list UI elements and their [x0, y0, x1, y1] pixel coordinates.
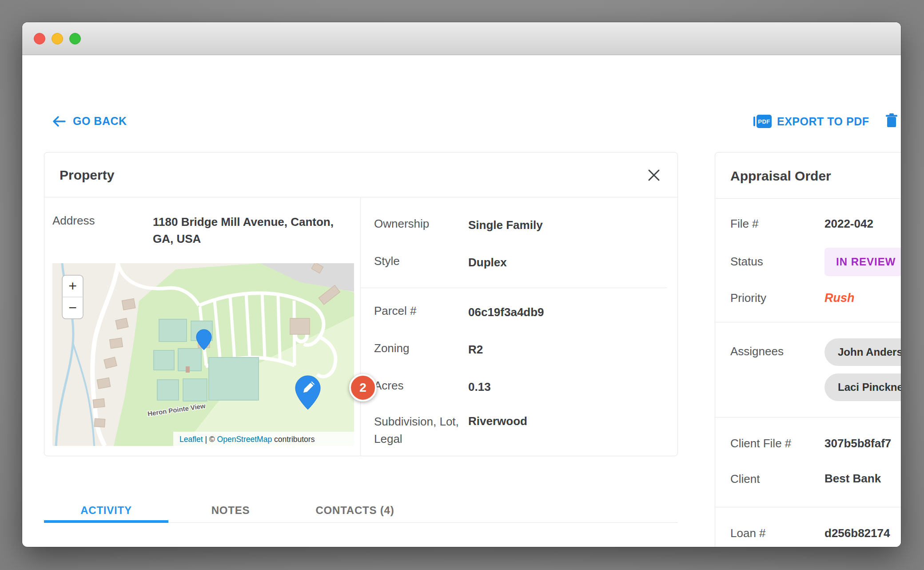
window-titlebar[interactable]	[22, 22, 901, 55]
loan-number-row: Loan # d256b82174	[730, 525, 901, 542]
window-controls	[34, 33, 81, 44]
property-card: Property Address 1180 Bridge Mill Avenue…	[44, 152, 678, 456]
order-divider	[715, 507, 901, 507]
assignees-label: Assignees	[730, 338, 824, 358]
parcel-label: Parcel #	[374, 304, 468, 318]
assignees-section: Assignees John Anderson Laci Pinckney	[715, 338, 901, 417]
acres-value: 0.13	[468, 379, 491, 396]
export-pdf-label: EXPORT TO PDF	[777, 115, 869, 128]
leaflet-link[interactable]: Leaflet	[179, 435, 203, 444]
status-badge: IN REVIEW	[824, 248, 901, 276]
appraisal-order-card: Appraisal Order File # 2022-042 Status I…	[715, 152, 901, 547]
client-file-row: Client File # 307b5b8faf7	[730, 435, 901, 452]
zoning-value: R2	[468, 341, 483, 358]
go-back-button[interactable]: GO BACK	[52, 115, 127, 128]
loan-number-label: Loan #	[730, 526, 824, 540]
map-small-feature	[186, 366, 190, 373]
property-details: Ownership Single Family Style Duplex Par…	[374, 197, 667, 456]
tab-contacts[interactable]: CONTACTS (4)	[293, 498, 417, 522]
subdivision-value: Riverwood	[468, 413, 527, 430]
close-property-card-button[interactable]	[647, 169, 661, 184]
details-divider	[360, 288, 667, 288]
export-pdf-button[interactable]: PDF EXPORT TO PDF	[753, 115, 869, 128]
map-zoom-out-button[interactable]: −	[68, 300, 77, 316]
detail-row-parcel: Parcel # 06c19f3a4db9	[374, 304, 667, 321]
detail-row-acres: Acres 0.13	[374, 379, 667, 396]
map-attribution: Leaflet | © OpenStreetMap contributors	[173, 432, 354, 446]
file-number-row: File # 2022-042	[730, 216, 901, 233]
marker-count-badge[interactable]: 2	[349, 374, 377, 401]
minimize-window-icon[interactable]	[52, 33, 63, 44]
style-value: Duplex	[468, 254, 507, 271]
map-zoom-control: + −	[62, 275, 83, 319]
loan-number-value: d256b82174	[824, 525, 890, 542]
close-window-icon[interactable]	[34, 33, 45, 44]
assignees-row: Assignees John Anderson Laci Pinckney	[730, 338, 901, 417]
zoning-label: Zoning	[374, 341, 468, 355]
zoom-window-icon[interactable]	[69, 33, 81, 44]
file-number-label: File #	[730, 217, 824, 231]
client-label: Client	[730, 472, 824, 486]
address-value: 1180 Bridge Mill Avenue, Canton, GA, USA	[153, 214, 348, 247]
client-value: Best Bank	[824, 470, 881, 487]
status-label: Status	[730, 255, 824, 269]
detail-row-zoning: Zoning R2	[374, 341, 667, 358]
client-file-label: Client File #	[730, 437, 824, 450]
ownership-label: Ownership	[374, 217, 468, 231]
app-window: GO BACK PDF EXPORT TO PDF Prope	[22, 22, 901, 547]
client-section: Client File # 307b5b8faf7 Client Best Ba…	[715, 435, 901, 507]
acres-label: Acres	[374, 379, 468, 393]
desktop-background: GO BACK PDF EXPORT TO PDF Prope	[0, 0, 924, 570]
column-divider	[360, 197, 361, 456]
appraisal-order-header: Appraisal Order	[715, 153, 901, 199]
assignee-chip[interactable]: John Anderson	[824, 338, 901, 366]
trash-icon	[885, 113, 898, 128]
style-label: Style	[374, 254, 468, 268]
order-status-section: File # 2022-042 Status IN REVIEW Priorit…	[715, 216, 901, 322]
map-zoom-in-button[interactable]: +	[68, 278, 77, 294]
assignee-chip[interactable]: Laci Pinckney	[824, 373, 901, 401]
openstreetmap-link[interactable]: OpenStreetMap	[217, 435, 272, 444]
property-card-header: Property	[44, 153, 677, 197]
detail-row-ownership: Ownership Single Family	[374, 217, 667, 234]
address-row: Address 1180 Bridge Mill Avenue, Canton,…	[52, 214, 359, 247]
back-arrow-icon	[52, 116, 67, 127]
detail-row-subdivision: Subdivision, Lot, Legal Riverwood	[374, 413, 667, 448]
priority-row: Priority Rush	[730, 291, 901, 322]
loan-section: Loan # d256b82174 Loan Type USDA USDA Fo…	[715, 525, 901, 547]
subdivision-label: Subdivision, Lot, Legal	[374, 413, 468, 448]
delete-button[interactable]	[885, 113, 898, 130]
ownership-value: Single Family	[468, 217, 543, 234]
property-card-title: Property	[60, 168, 114, 183]
parcel-value: 06c19f3a4db9	[468, 304, 544, 321]
page-content: GO BACK PDF EXPORT TO PDF Prope	[22, 55, 901, 546]
tab-bar: ACTIVITY NOTES CONTACTS (4)	[44, 498, 678, 523]
property-map[interactable]: Heron Pointe View	[52, 263, 354, 446]
tab-notes[interactable]: NOTES	[168, 498, 293, 522]
svg-text:Leaflet | © OpenStreetMap cont: Leaflet | © OpenStreetMap contributors	[179, 435, 315, 444]
file-number-value: 2022-042	[824, 216, 873, 233]
order-divider	[715, 417, 901, 417]
close-icon	[647, 169, 661, 182]
detail-row-style: Style Duplex	[374, 254, 667, 271]
map-canvas: Heron Pointe View	[52, 263, 354, 446]
priority-value: Rush	[824, 291, 855, 305]
appraisal-order-title: Appraisal Order	[730, 169, 831, 184]
go-back-label: GO BACK	[73, 115, 127, 128]
status-row: Status IN REVIEW	[730, 248, 901, 276]
pdf-icon: PDF	[753, 115, 772, 128]
client-row: Client Best Bank	[730, 470, 901, 507]
client-file-value: 307b5b8faf7	[824, 435, 891, 452]
priority-label: Priority	[730, 291, 824, 305]
address-label: Address	[52, 214, 153, 247]
tab-activity[interactable]: ACTIVITY	[44, 498, 168, 522]
order-divider	[715, 322, 901, 322]
